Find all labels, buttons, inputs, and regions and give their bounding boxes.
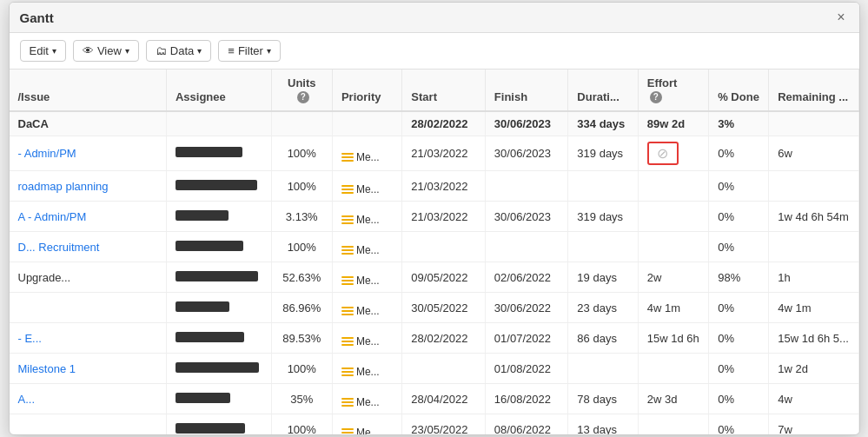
effort-cell: 4w 1m [638, 293, 708, 323]
duration-cell [568, 171, 638, 202]
assignee-cell [166, 293, 271, 323]
start-cell: 21/03/2022 [402, 202, 486, 232]
pctdone-cell: 0% [709, 414, 769, 435]
finish-cell: 02/06/2022 [485, 262, 568, 293]
finish-cell: 01/07/2022 [485, 323, 568, 354]
start-cell: 28/02/2022 [402, 323, 486, 354]
pctdone-cell: 0% [709, 323, 769, 354]
data-button[interactable]: 🗂 Data ▾ [146, 40, 211, 62]
priority-badge: Me... [341, 214, 380, 226]
effort-help-icon[interactable]: ? [650, 91, 662, 103]
start-cell [402, 354, 486, 384]
priority-badge: Me... [341, 151, 380, 163]
issue-link[interactable]: roadmap planning [18, 180, 109, 193]
assignee-cell [166, 354, 271, 384]
remaining-cell: 1h [769, 262, 858, 293]
effort-cell: ⊘ [638, 136, 708, 171]
start-cell: 21/03/2022 [402, 136, 486, 171]
finish-cell [485, 232, 568, 262]
gantt-window: Gantt × Edit ▾ 👁 View ▾ 🗂 Data ▾ ≡ Filte… [9, 2, 860, 435]
filter-icon: ≡ [228, 44, 235, 57]
issue-link[interactable]: - E... [18, 332, 42, 345]
assignee-redacted [176, 180, 257, 190]
duration-cell [568, 232, 638, 262]
issue-link[interactable]: A - Admin/PM [18, 210, 87, 223]
view-button[interactable]: 👁 View ▾ [73, 40, 139, 62]
col-header-units: Units ? [271, 70, 332, 111]
data-arrow-icon: ▾ [197, 46, 202, 56]
effort-cell [638, 232, 708, 262]
col-header-effort: Effort ? [638, 70, 708, 111]
table-row: 86.96% Me...30/05/202230/06/202223 days4… [10, 293, 859, 323]
table-row: DaCA28/02/202230/06/2023334 days89w 2d3% [10, 111, 859, 136]
duration-cell: 86 days [568, 323, 638, 354]
duration-cell: 19 days [568, 262, 638, 293]
issue-link[interactable]: - Admin/PM [18, 147, 76, 160]
duration-cell: 319 days [568, 136, 638, 171]
assignee-cell [166, 232, 271, 262]
effort-cell: 15w 1d 6h [638, 323, 708, 354]
units-cell: 52.63% [271, 262, 332, 293]
pctdone-cell: 0% [709, 171, 769, 202]
units-help-icon[interactable]: ? [297, 91, 309, 103]
priority-badge: Me... [341, 366, 380, 378]
remaining-cell [769, 232, 858, 262]
units-cell [271, 111, 332, 136]
finish-cell: 30/06/2022 [485, 293, 568, 323]
units-cell: 35% [271, 384, 332, 414]
col-header-priority: Priority [332, 70, 401, 111]
issue-link[interactable]: D... Recruitment [18, 241, 100, 254]
duration-cell: 13 days [568, 414, 638, 435]
start-cell: 21/03/2022 [402, 171, 486, 202]
close-button[interactable]: × [833, 10, 848, 25]
assignee-cell [166, 202, 271, 232]
issue-link[interactable]: Milestone 1 [18, 362, 76, 375]
priority-cell [332, 111, 401, 136]
start-cell [402, 232, 486, 262]
assignee-cell [166, 111, 271, 136]
title-bar: Gantt × [10, 3, 859, 33]
priority-badge: Me... [341, 275, 380, 287]
view-arrow-icon: ▾ [125, 46, 129, 56]
duration-cell: 78 days [568, 384, 638, 414]
effort-input-box[interactable]: ⊘ [647, 142, 679, 165]
assignee-cell [166, 171, 271, 202]
issue-link[interactable]: A... [18, 393, 36, 406]
effort-cell: 89w 2d [638, 111, 708, 136]
assignee-redacted [176, 147, 242, 157]
finish-cell: 30/06/2023 [485, 111, 568, 136]
col-header-remaining: Remaining ... [769, 70, 858, 111]
finish-cell: 30/06/2023 [485, 202, 568, 232]
col-header-duration: Durati... [568, 70, 638, 111]
pctdone-cell: 0% [709, 293, 769, 323]
edit-label: Edit [30, 44, 49, 57]
issue-cell: DaCA [10, 111, 167, 136]
filter-arrow-icon: ▾ [267, 46, 271, 56]
assignee-redacted [176, 332, 244, 342]
edit-button[interactable]: Edit ▾ [20, 40, 66, 62]
issue-cell [10, 293, 167, 323]
col-header-issue: /Issue [10, 70, 167, 111]
toolbar: Edit ▾ 👁 View ▾ 🗂 Data ▾ ≡ Filter ▾ [10, 33, 859, 70]
window-title: Gantt [20, 10, 54, 25]
priority-cell: Me... [332, 354, 401, 384]
effort-cell: 2w [638, 262, 708, 293]
pctdone-cell: 3% [709, 111, 769, 136]
start-cell: 28/02/2022 [402, 111, 486, 136]
assignee-redacted [176, 301, 229, 312]
pctdone-cell: 0% [709, 202, 769, 232]
units-cell: 100% [271, 414, 332, 435]
assignee-cell [166, 414, 271, 435]
filter-button[interactable]: ≡ Filter ▾ [218, 40, 280, 62]
edit-arrow-icon: ▾ [52, 46, 56, 56]
table-row: Upgrade...52.63% Me...09/05/202202/06/20… [10, 262, 859, 293]
col-header-start: Start [402, 70, 486, 111]
units-cell: 100% [271, 232, 332, 262]
priority-cell: Me... [332, 414, 401, 435]
priority-cell: Me... [332, 262, 401, 293]
table-row: Milestone 1100% Me...01/08/20220%1w 2d [10, 354, 859, 384]
remaining-cell: 1w 4d 6h 54m [769, 202, 858, 232]
table-row: A - Admin/PM3.13% Me...21/03/202230/06/2… [10, 202, 859, 232]
data-label: Data [170, 44, 194, 57]
gantt-table-wrapper: /Issue Assignee Units ? Priority Start [10, 70, 859, 434]
